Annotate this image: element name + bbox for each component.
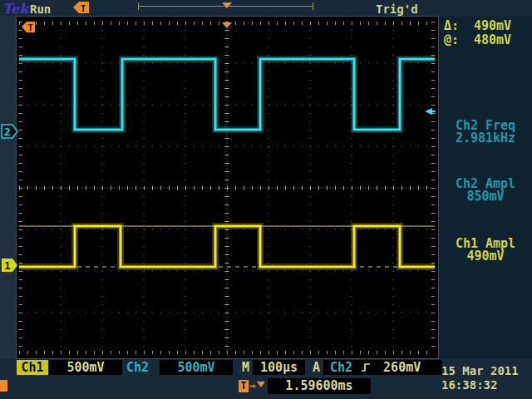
oscilloscope-display: Tek Run T Trig'd T 2 1 Δ: 490mV @: 480mV… bbox=[0, 0, 532, 399]
cursor-at-value: 480mV bbox=[474, 32, 511, 47]
record-view-left-bracket bbox=[138, 2, 139, 10]
trigger-status: Trig'd bbox=[376, 2, 418, 16]
tek-logo: Tek bbox=[2, 1, 28, 17]
cursor-delta-value: 490mV bbox=[474, 18, 511, 33]
trigger-level: 260mV bbox=[383, 360, 421, 375]
ch1-scale-readout: 500mV bbox=[49, 360, 122, 375]
time-readout: 16:38:32 bbox=[441, 378, 529, 392]
graticule-and-traces: T bbox=[17, 17, 438, 358]
record-view-right-bracket bbox=[313, 2, 313, 10]
cursor-delta-label: Δ: bbox=[444, 18, 459, 33]
trigger-t-glyph: T bbox=[27, 22, 33, 33]
acquisition-status: Run bbox=[30, 2, 51, 16]
ch1-marker-label: 1 bbox=[4, 259, 11, 272]
trigger-mode-label: A bbox=[313, 360, 320, 375]
meas1-value: 2.981kHz bbox=[439, 131, 532, 145]
rising-edge-slope-icon bbox=[361, 362, 372, 373]
date-readout: 15 Mar 2011 bbox=[441, 364, 529, 377]
meas2-value: 850mV bbox=[439, 189, 532, 204]
ch1-badge: Ch1 bbox=[17, 360, 48, 375]
trigger-source: Ch2 bbox=[330, 360, 352, 375]
delay-time-readout: 1.59600ms bbox=[268, 378, 371, 394]
timebase-label: M bbox=[242, 360, 249, 375]
trigger-position-triangle-icon bbox=[222, 22, 232, 28]
marker-layer: T bbox=[22, 22, 436, 115]
meas3-value: 490mV bbox=[439, 249, 532, 264]
trigger-t-glyph: T bbox=[81, 3, 86, 14]
graticule-layer bbox=[19, 22, 435, 354]
record-view-trigger-triangle-icon bbox=[222, 2, 232, 8]
ch2-scale-readout: 500mV bbox=[160, 360, 233, 375]
ch1-position-marker: 1 bbox=[1, 258, 18, 273]
trigger-level-arrow-icon bbox=[425, 108, 432, 115]
scope-screen: T bbox=[16, 16, 439, 359]
corner-orange-fragment-icon bbox=[0, 380, 7, 392]
cursor-at-label: @: bbox=[444, 32, 459, 47]
ch2-label: Ch2 bbox=[126, 360, 149, 375]
trigger-position-offscreen-icon: T bbox=[73, 2, 89, 13]
trigger-readout: Ch2 260mV bbox=[323, 360, 442, 375]
delay-t-icon: T bbox=[239, 380, 249, 392]
left-margin bbox=[0, 16, 16, 359]
timebase-readout: 100µs bbox=[253, 360, 305, 375]
ch2-position-marker: 2 bbox=[1, 124, 18, 139]
delay-triangle-icon bbox=[257, 382, 265, 387]
ch2-marker-label: 2 bbox=[4, 126, 11, 138]
delay-arrow-icon: → bbox=[249, 379, 256, 392]
